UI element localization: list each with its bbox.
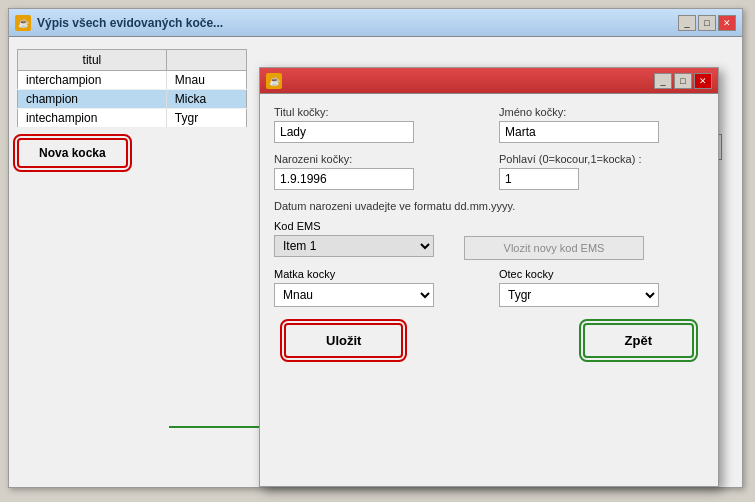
dialog-maximize-button[interactable]: □	[674, 73, 692, 89]
zpet-dialog-button[interactable]: Zpět	[583, 323, 694, 358]
table-row[interactable]: interchampion Mnau	[18, 71, 247, 90]
main-window-icon: ☕	[15, 15, 31, 31]
main-titlebar: ☕ Výpis všech evidovaných koče... _ □ ✕	[9, 9, 742, 37]
dialog-titlebar-buttons: _ □ ✕	[654, 73, 712, 89]
narozeni-kocky-group: Narozeni kočky:	[274, 153, 479, 190]
minimize-button[interactable]: _	[678, 15, 696, 31]
titul-kocky-input[interactable]	[274, 121, 414, 143]
pohlavi-group: Pohlaví (0=kocour,1=kocka) :	[499, 153, 704, 190]
matka-group: Matka kocky Mnau Micka	[274, 268, 479, 307]
nova-kocka-button[interactable]: Nova kocka	[17, 138, 128, 168]
dialog-window: ☕ _ □ ✕ Titul kočky: Jméno kočk	[259, 67, 719, 487]
ems-left: Kod EMS Item 1	[274, 220, 454, 257]
narozeni-kocky-label: Narozeni kočky:	[274, 153, 479, 165]
col-titul-header: titul	[18, 50, 167, 71]
close-button[interactable]: ✕	[718, 15, 736, 31]
main-window-title: Výpis všech evidovaných koče...	[37, 16, 678, 30]
ems-label: Kod EMS	[274, 220, 454, 232]
ems-select-group: Item 1	[274, 235, 454, 257]
pohlavi-input[interactable]	[499, 168, 579, 190]
hint-text: Datum narozeni uvadejte ve formatu dd.mm…	[274, 200, 704, 212]
dialog-buttons: Uložit Zpět	[274, 323, 704, 358]
table-row[interactable]: champion Micka	[18, 90, 247, 109]
pohlavi-label: Pohlaví (0=kocour,1=kocka) :	[499, 153, 704, 165]
main-content: titul interchampion Mnau champion Micka …	[9, 37, 742, 176]
form-row-1: Titul kočky: Jméno kočky:	[274, 106, 704, 143]
dialog-minimize-button[interactable]: _	[654, 73, 672, 89]
form-row-2: Narozeni kočky: Pohlaví (0=kocour,1=kock…	[274, 153, 704, 190]
dialog-body: Titul kočky: Jméno kočky: Narozeni kočky…	[260, 94, 718, 370]
otec-label: Otec kocky	[499, 268, 704, 280]
ems-row: Kod EMS Item 1 Vlozit novy kod EMS	[274, 220, 704, 260]
jmeno-kocky-label: Jméno kočky:	[499, 106, 704, 118]
vlozit-button[interactable]: Vlozit novy kod EMS	[464, 236, 644, 260]
otec-select[interactable]: Tygr Mnau	[499, 283, 659, 307]
main-window: ☕ Výpis všech evidovaných koče... _ □ ✕ …	[8, 8, 743, 488]
ems-select[interactable]: Item 1	[274, 235, 434, 257]
jmeno-kocky-input[interactable]	[499, 121, 659, 143]
titul-kocky-group: Titul kočky:	[274, 106, 479, 143]
main-titlebar-buttons: _ □ ✕	[678, 15, 736, 31]
col-pes-header	[166, 50, 246, 71]
dialog-close-button[interactable]: ✕	[694, 73, 712, 89]
matka-label: Matka kocky	[274, 268, 479, 280]
cats-table: titul interchampion Mnau champion Micka …	[17, 49, 247, 128]
titul-kocky-label: Titul kočky:	[274, 106, 479, 118]
table-row[interactable]: intechampion Tygr	[18, 109, 247, 128]
jmeno-kocky-group: Jméno kočky:	[499, 106, 704, 143]
ulozit-button[interactable]: Uložit	[284, 323, 403, 358]
matka-select[interactable]: Mnau Micka	[274, 283, 434, 307]
otec-group: Otec kocky Tygr Mnau	[499, 268, 704, 307]
parent-row: Matka kocky Mnau Micka Otec kocky Tygr M…	[274, 268, 704, 307]
dialog-titlebar: ☕ _ □ ✕	[260, 68, 718, 94]
dialog-window-icon: ☕	[266, 73, 282, 89]
narozeni-kocky-input[interactable]	[274, 168, 414, 190]
maximize-button[interactable]: □	[698, 15, 716, 31]
